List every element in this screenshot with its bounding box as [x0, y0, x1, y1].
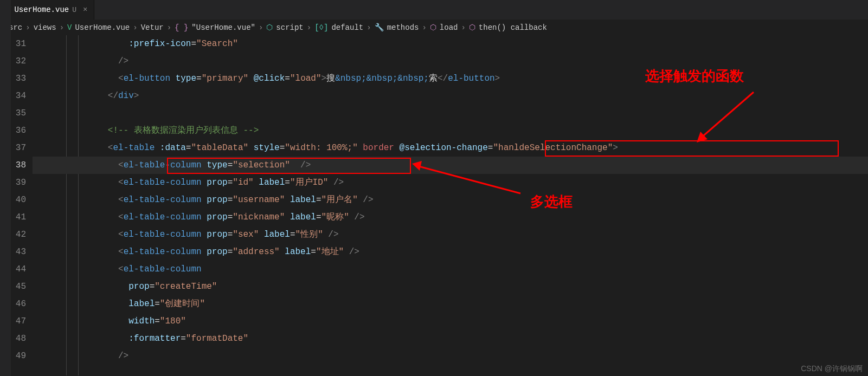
wrench-icon: 🔧: [375, 23, 384, 32]
code-line[interactable]: prop="createTime": [33, 278, 868, 295]
code-line[interactable]: <el-table-column prop="id" label="用户ID" …: [33, 174, 868, 191]
code-line[interactable]: <el-table :data="tableData" style="width…: [33, 139, 868, 157]
file-tab[interactable]: V UserHome.vue U ×: [0, 0, 94, 20]
close-icon[interactable]: ×: [83, 5, 87, 14]
breadcrumb-item[interactable]: Vetur: [141, 23, 164, 32]
breadcrumb-item[interactable]: methods: [387, 23, 419, 32]
chevron-right-icon: ›: [461, 23, 465, 32]
code-line[interactable]: <el-table-column type="selection" />: [33, 157, 868, 174]
breadcrumb-item[interactable]: load: [440, 23, 458, 32]
breadcrumb-item[interactable]: script: [276, 23, 303, 32]
cube-icon: ⬡: [469, 23, 475, 32]
breadcrumb-item[interactable]: default: [331, 23, 363, 32]
code-line[interactable]: <el-table-column prop="sex" label="性别" /…: [33, 226, 868, 243]
tab-filename: UserHome.vue: [14, 5, 69, 14]
annotation-text: 选择触发的函数: [645, 67, 744, 86]
code-line[interactable]: :formatter="formatDate": [33, 330, 868, 347]
code-editor[interactable]: 31 32 33 34 35 36 37 38 39 40 41 42 43 4…: [0, 35, 868, 375]
code-line[interactable]: <el-table-column prop="nickname" label="…: [33, 209, 868, 226]
breadcrumb[interactable]: src › views › V UserHome.vue › Vetur › {…: [0, 20, 868, 35]
breadcrumb-item[interactable]: "UserHome.vue": [191, 23, 255, 32]
chevron-right-icon: ›: [25, 23, 30, 32]
breadcrumb-item[interactable]: then() callback: [479, 23, 547, 32]
chevron-right-icon: ›: [307, 23, 311, 32]
vue-icon: V: [67, 23, 72, 32]
code-line[interactable]: label="创建时间": [33, 295, 868, 313]
chevron-right-icon: ›: [60, 23, 64, 32]
chevron-right-icon: ›: [422, 23, 426, 32]
cube-icon: ⬡: [266, 23, 273, 32]
code-line[interactable]: <el-table-column: [33, 261, 868, 278]
code-line[interactable]: </div>: [33, 87, 868, 105]
activity-bar: [0, 0, 11, 376]
code-area[interactable]: :prefix-icon="Search" /> <el-button type…: [33, 35, 868, 375]
code-line[interactable]: :prefix-icon="Search": [33, 35, 868, 53]
code-line[interactable]: [33, 105, 868, 122]
code-line[interactable]: <el-table-column prop="username" label="…: [33, 191, 868, 209]
code-line[interactable]: <!-- 表格数据渲染用户列表信息 -->: [33, 122, 868, 139]
cube-icon: ⬡: [430, 23, 436, 32]
chevron-right-icon: ›: [133, 23, 137, 32]
braces-icon: { }: [175, 23, 188, 32]
code-line[interactable]: width="180": [33, 313, 868, 330]
breadcrumb-item[interactable]: views: [34, 23, 56, 32]
chevron-right-icon: ›: [167, 23, 171, 32]
tab-bar: V UserHome.vue U ×: [0, 0, 868, 20]
chevron-right-icon: ›: [259, 23, 263, 32]
bracket-icon: [◊]: [314, 23, 328, 32]
chevron-right-icon: ›: [367, 23, 371, 32]
code-line[interactable]: />: [33, 347, 868, 365]
tab-modified-indicator: U: [72, 6, 76, 14]
watermark: CSDN @许锅锅啊: [801, 364, 863, 374]
breadcrumb-item[interactable]: UserHome.vue: [75, 23, 130, 32]
annotation-text: 多选框: [530, 192, 573, 211]
code-line[interactable]: <el-table-column prop="address" label="地…: [33, 243, 868, 261]
